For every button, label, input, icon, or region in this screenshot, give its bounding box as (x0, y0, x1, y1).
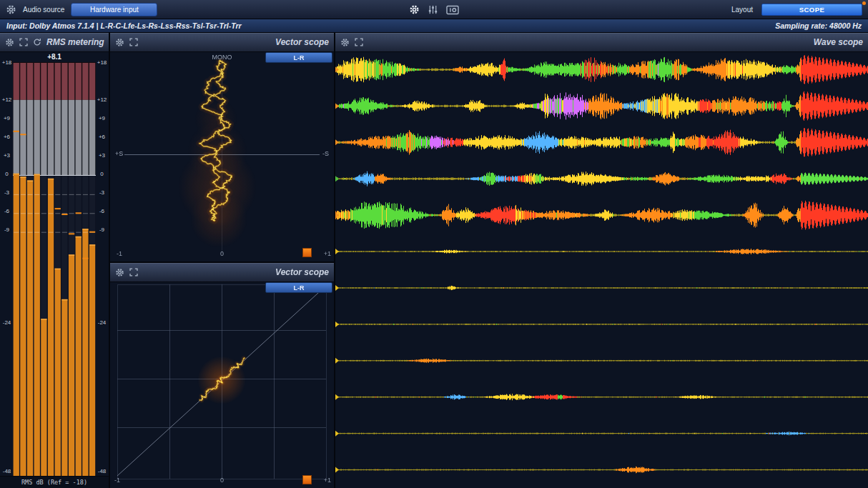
center-toolbar (409, 0, 459, 19)
hardware-input-button[interactable]: Hardware input (71, 3, 157, 16)
layout-label: Layout (731, 6, 753, 14)
io-routing-icon[interactable] (446, 5, 459, 15)
audio-source-label: Audio source (23, 6, 64, 14)
mono-label: MONO (212, 54, 232, 61)
rms-tick-label: +3 (96, 152, 108, 159)
rms-metering-panel: RMS metering +8.1 +18+12+9+6+30-3-6-9-24… (0, 33, 109, 488)
app-window: { "top_bar": { "audio_source_label": "Au… (0, 0, 868, 488)
fullscreen-icon[interactable] (19, 38, 28, 46)
top-bar: Audio source Hardware input Layout SCOPE (0, 0, 868, 19)
gear-icon[interactable] (115, 38, 124, 47)
rms-tick-label: +9 (96, 115, 108, 121)
rms-tick-label: -9 (1, 226, 13, 233)
rms-footer-label: RMS dB (Ref = -18) (0, 476, 109, 488)
rms-tick-label: -24 (1, 319, 13, 326)
vector-scope-header: Vector scope (110, 33, 334, 52)
vector-scope-header: Vector scope (110, 263, 334, 282)
rms-tick-label: +18 (1, 59, 13, 66)
rms-panel-header: RMS metering (0, 33, 109, 52)
x-tick-neg1: -1 (114, 477, 120, 484)
lr-mode-button[interactable]: L-R (265, 52, 332, 63)
rms-tick-label: +12 (1, 96, 13, 103)
rms-tick-label: 0 (1, 171, 13, 177)
refresh-icon[interactable] (33, 38, 41, 46)
clip-indicator[interactable] (302, 475, 312, 484)
scope-button[interactable]: SCOPE (761, 4, 862, 16)
panel-title: RMS metering (46, 37, 104, 47)
wave-scope-panel: Wave scope (335, 33, 868, 488)
panel-title: Vector scope (275, 37, 329, 47)
gear-icon[interactable] (409, 4, 420, 15)
input-format-text: Input: Dolby Atmos 7.1.4 | L-R-C-Lfe-Ls-… (6, 21, 242, 30)
xy-scope-canvas (110, 282, 334, 488)
rms-tick-label: +3 (1, 152, 13, 159)
rms-tick-label: +9 (1, 115, 13, 121)
lr-mode-button[interactable]: L-R (265, 282, 332, 293)
gear-icon[interactable] (5, 38, 14, 47)
rms-tick-label: -48 (1, 468, 13, 474)
settings-gear-icon[interactable] (6, 4, 16, 15)
rms-scale-right: +18+12+9+6+30-3-6-9-24-48 (96, 62, 108, 471)
rms-meter-canvas (13, 62, 96, 477)
rms-tick-label: +6 (1, 134, 13, 140)
notification-dot (862, 1, 866, 5)
x-tick-pos1: +1 (324, 477, 331, 484)
vector-scope-polar-panel: Vector scope L-R MONO +S -S -1 0 +1 (110, 33, 334, 262)
goniometer-canvas (110, 51, 334, 262)
gear-icon[interactable] (115, 268, 124, 277)
rms-tick-label: +12 (96, 96, 108, 103)
fullscreen-icon[interactable] (129, 268, 138, 277)
panel-title: Vector scope (275, 267, 329, 277)
vector-scope-xy-panel: Vector scope L-R -1 0 +1 (110, 263, 334, 488)
x-tick-zero: 0 (220, 477, 224, 484)
rms-tick-label: -6 (96, 208, 108, 214)
fullscreen-icon[interactable] (355, 38, 363, 46)
clip-indicator[interactable] (302, 248, 312, 257)
sampling-rate-text: Sampling rate: 48000 Hz (775, 21, 862, 30)
info-bar: Input: Dolby Atmos 7.1.4 | L-R-C-Lfe-Ls-… (0, 19, 868, 33)
rms-max-readout: +8.1 (13, 53, 96, 61)
panel-title: Wave scope (814, 37, 863, 47)
fullscreen-icon[interactable] (129, 38, 138, 46)
x-tick-zero: 0 (220, 250, 224, 257)
rms-tick-label: -6 (1, 208, 13, 214)
rms-tick-label: +18 (96, 59, 108, 66)
rms-tick-label: +6 (96, 134, 108, 140)
minus-s-label: -S (322, 150, 329, 157)
wave-scope-header: Wave scope (335, 33, 868, 52)
rms-tick-label: -3 (1, 189, 13, 196)
audio-source-group: Audio source Hardware input (6, 3, 157, 16)
rms-tick-label: -3 (96, 189, 108, 196)
gear-icon[interactable] (340, 38, 350, 47)
rms-tick-label: -48 (96, 468, 108, 474)
rms-tick-label: -9 (96, 226, 108, 233)
rms-tick-label: 0 (96, 171, 108, 177)
x-tick-pos1: +1 (324, 250, 331, 257)
wave-scope-canvas (335, 51, 868, 488)
rms-tick-label: -24 (96, 319, 108, 326)
sliders-icon[interactable] (428, 4, 438, 15)
x-tick-neg1: -1 (117, 250, 122, 257)
rms-scale-left: +18+12+9+6+30-3-6-9-24-48 (1, 62, 13, 471)
plus-s-label: +S (115, 150, 123, 157)
layout-group: Layout SCOPE (731, 4, 862, 16)
